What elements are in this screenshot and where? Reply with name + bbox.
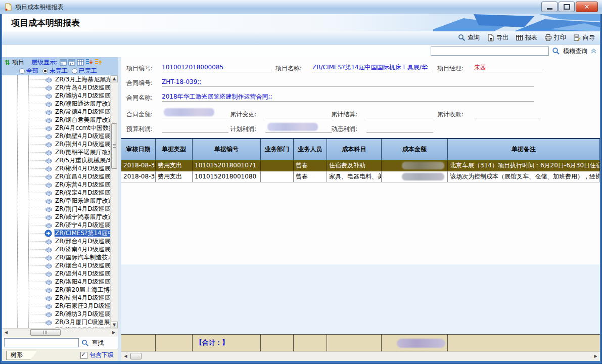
tree-item[interactable]: ZR/杭州4月D级巡展/东 (2, 294, 111, 302)
filter-unfinished-radio[interactable]: 未完工 (42, 67, 68, 75)
filter-finished-radio[interactable]: 已完工 (72, 67, 97, 75)
column-header-doc-type[interactable]: 单据类型 (156, 139, 193, 160)
query-button[interactable]: 查询 (458, 33, 480, 42)
tree-item[interactable]: ZR/烟台4月D级巡展/东 (2, 261, 111, 269)
project-manager-value: 朱茜 (474, 64, 542, 72)
project-node-icon (45, 254, 53, 261)
tree-item[interactable]: ZR/东营4月D级巡展/东 (2, 180, 111, 189)
view-mode-1-icon[interactable] (60, 59, 67, 66)
tree-item[interactable]: ZR/潍坊3月D级巡展/东 (2, 310, 111, 318)
scrollbar-thumb[interactable] (130, 353, 142, 359)
tree-item[interactable]: ZR/荆州4月D级巡展/东 (2, 140, 111, 148)
tree-item[interactable]: ZR/3月厦门C级巡展/东 (2, 318, 111, 326)
footer-cell (327, 335, 382, 352)
tree-item[interactable]: ZR/烟台君美展厅改造/ (2, 116, 111, 124)
tree-item[interactable]: ZR/CIMES?第14届中国 (2, 229, 111, 237)
dynamic-profit-label: 动态利润: (331, 125, 357, 133)
scroll-down-arrow[interactable]: ▼ (111, 322, 118, 329)
tree-item[interactable]: ZR/青岛4月D级巡展/东 (2, 83, 111, 92)
close-button[interactable]: ✕ (576, 2, 598, 12)
project-node-icon (45, 165, 53, 172)
scrollbar-thumb[interactable] (30, 329, 61, 336)
tree-item[interactable]: ZR/保定4月D级巡展/东 (2, 189, 111, 197)
tree-item[interactable]: ZR/宜昌4月D级巡展/东 (2, 172, 111, 180)
scroll-right-arrow[interactable]: ▶ (110, 329, 117, 336)
scroll-left-arrow[interactable]: ◀ (3, 329, 10, 336)
tree-item[interactable]: ZR/温州4月D级巡展/东 (2, 269, 111, 278)
amount-redaction (402, 173, 444, 180)
total-receipt-label: 累计收款: (437, 110, 464, 119)
tree-item[interactable]: ZR/3月上海慕尼黑光博 (2, 75, 111, 83)
report-detail-panel: 项目编号: 1010012018000085 项目名称: ZR/CIMES?第1… (121, 57, 600, 361)
filter-all-radio[interactable]: 全部 (19, 67, 38, 75)
report-button[interactable]: 报表 (516, 33, 537, 42)
person-cell: 曾春 (294, 160, 327, 171)
sort-descending-icon[interactable] (85, 59, 93, 66)
title-bar[interactable]: 项目成本明细报表 ✕ (0, 0, 602, 14)
wizard-button[interactable]: 向导 (573, 33, 595, 42)
export-button[interactable]: 导出 (487, 33, 508, 42)
grand-total-label: 【合计：】 (193, 335, 261, 352)
column-header-subject[interactable]: 成本科目 (327, 139, 382, 160)
refresh-icon[interactable]: ⇅ (5, 59, 10, 66)
minimize-button[interactable] (541, 2, 558, 12)
tree-item-label: ZR/5月重庆机械展/华工 (55, 157, 111, 164)
tree-item[interactable]: ZR/荆门4月D级巡展/东 (2, 205, 111, 213)
scrollbar-thumb[interactable] (111, 123, 117, 169)
tree-item[interactable]: ZR/昆明平诺展厅改造/ (2, 148, 111, 156)
tree-item-label: ZR/潍坊4月D级巡展/东 (55, 92, 111, 99)
tree-item[interactable]: ZR/第20届上海工博会/ (2, 286, 111, 294)
column-header-dept[interactable]: 业务部门 (261, 139, 294, 160)
tree-root-label: 项目 (12, 58, 24, 67)
plan-profit-redaction (267, 123, 318, 131)
tree-vertical-scrollbar[interactable]: ▲ ▼ (110, 75, 118, 329)
tree-item[interactable]: ZR/邢台4月D级巡展/东 (2, 237, 111, 245)
table-row[interactable]: 2018-08-30 费用支出 1010152018001071 曾春 住宿费及… (121, 160, 600, 171)
scroll-up-arrow[interactable]: ▲ (111, 75, 118, 82)
sort-ascending-icon[interactable] (95, 59, 102, 66)
print-button[interactable]: 打印 (544, 33, 566, 42)
fuzzy-search-button[interactable]: 模糊查询 (563, 47, 587, 56)
page-title: 项目成本明细报表 (11, 17, 80, 29)
project-no-label: 项目编号: (126, 64, 153, 73)
column-header-amount[interactable]: 成本金额 (382, 139, 448, 160)
find-input[interactable] (4, 338, 79, 347)
column-header-person[interactable]: 业务人员 (294, 139, 327, 160)
grid-horizontal-scrollbar[interactable]: ◀ ▶ (121, 351, 600, 361)
audit-date-cell: 2018-08-30 (121, 171, 156, 182)
include-children-option[interactable]: 包含下级 (80, 351, 114, 359)
tree-item[interactable]: ZR/常德4月D级巡展/东 (2, 108, 111, 116)
tree-item[interactable]: ZR/咸宁鸿泰展厅改造/ (2, 213, 111, 221)
tree-horizontal-scrollbar[interactable]: ◀ ▶ (2, 328, 118, 337)
fuzzy-search-input[interactable] (431, 47, 549, 56)
tree-item[interactable]: ZR/5月重庆机械展/华工 (2, 156, 111, 164)
tree-item[interactable]: ZR/郴州4月D级巡展/东 (2, 164, 111, 172)
table-row[interactable]: 2018-08-30 费用支出 1010152018001080 曾春 家具、电… (121, 171, 600, 183)
column-header-remark[interactable]: 单据备注 (448, 139, 600, 160)
panel-splitter[interactable] (118, 57, 121, 361)
maximize-button[interactable] (559, 2, 575, 12)
tree-item[interactable]: ZR/鹤壁4月D级巡展/东 (2, 132, 111, 140)
collapse-chevron-icon[interactable] (590, 48, 597, 54)
total-receipt-value (474, 110, 541, 118)
view-mode-2-icon[interactable] (68, 59, 75, 66)
print-icon (544, 34, 552, 41)
tab-tree-view[interactable]: 树形 (6, 351, 37, 360)
scroll-left-arrow[interactable]: ◀ (122, 352, 129, 360)
tree-item[interactable]: ZR/4月ccmt中国数控机 (2, 124, 111, 132)
project-node-icon (45, 125, 53, 131)
column-header-audit-date[interactable]: 审核日期 (121, 139, 156, 160)
find-button[interactable]: 查找 (91, 339, 104, 347)
tree-item[interactable]: ZR/濮阳通达展厅改造/ (2, 100, 111, 108)
scroll-right-arrow[interactable]: ▶ (592, 352, 599, 360)
tree-item[interactable]: ZR/国际汽车制造技术与 (2, 253, 111, 261)
tree-item[interactable]: ZR/潍坊4月D级巡展/东 (2, 92, 111, 100)
tree-item[interactable]: ZR/石家庄3月D级巡展/ (2, 302, 111, 310)
tree-item[interactable]: ZR/济南4月D级巡展/东 (2, 245, 111, 253)
tree-item[interactable]: ZR/济宁4月D级巡展/东 (2, 221, 111, 229)
view-mode-3-icon[interactable] (77, 59, 84, 66)
column-header-doc-no[interactable]: 单据编号 (193, 139, 261, 160)
tree-item[interactable]: ZR/阜阳乐途展厅改造/ (2, 197, 111, 205)
tree-item[interactable]: ZR/洛阳4月D级巡展/东 (2, 278, 111, 286)
include-children-checkbox[interactable] (80, 352, 87, 359)
